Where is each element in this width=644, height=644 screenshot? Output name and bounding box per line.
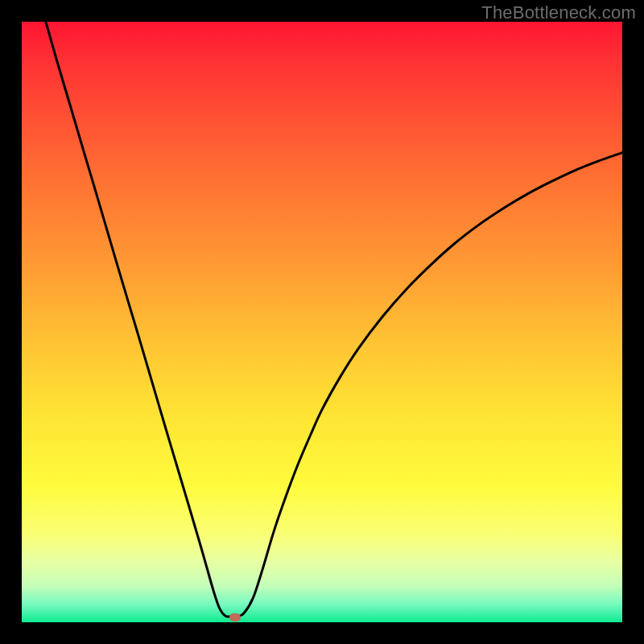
bottleneck-curve [22,22,622,622]
chart-frame: TheBottleneck.com [0,0,644,644]
watermark-text: TheBottleneck.com [481,2,636,23]
plot-area [22,22,622,622]
optimum-marker [229,613,241,621]
